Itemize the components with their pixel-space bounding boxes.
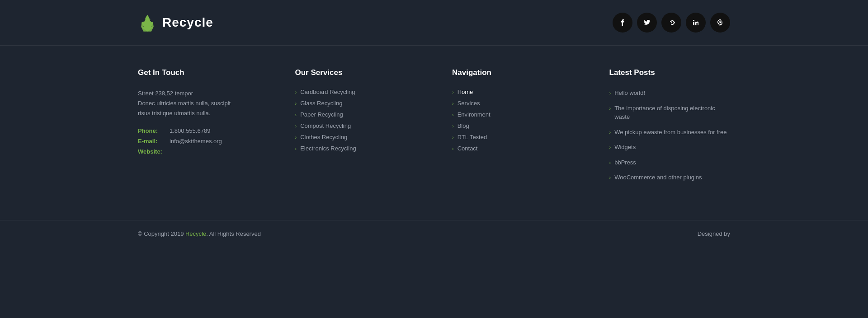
chevron-icon: › — [295, 101, 297, 106]
our-services-title: Our Services — [295, 68, 416, 77]
email-value: info@sktthemes.org — [170, 138, 222, 145]
top-bar: ♻ Recycle — [0, 0, 868, 46]
get-in-touch-col: Get In Touch Street 238,52 tempor Donec … — [138, 68, 259, 188]
website-label: Website: — [138, 148, 170, 155]
list-item[interactable]: ›Compost Recycling — [295, 122, 416, 129]
chevron-icon: › — [452, 89, 454, 95]
chevron-icon: › — [609, 159, 611, 167]
list-item[interactable]: ›Clothes Recycling — [295, 134, 416, 140]
brand-link[interactable]: Recycle — [185, 230, 206, 237]
nav-item-contact[interactable]: ›Contact — [452, 145, 573, 152]
chevron-icon: › — [452, 112, 454, 117]
our-services-col: Our Services ›Cardboard Recycling ›Glass… — [295, 68, 416, 188]
get-in-touch-title: Get In Touch — [138, 68, 259, 77]
post-item[interactable]: ›WooCommerce and other plugins — [609, 173, 731, 182]
social-icons — [613, 13, 730, 33]
footer-wrapper: ♻ Recycle Get In Touch — [0, 0, 868, 318]
twitter-button[interactable] — [637, 13, 657, 33]
email-label: E-mail: — [138, 138, 170, 145]
phone-label: Phone: — [138, 127, 170, 134]
linkedin-button[interactable] — [686, 13, 706, 33]
recycle-logo-icon: ♻ — [138, 13, 157, 32]
chevron-icon: › — [609, 105, 611, 112]
navigation-col: Navigation ›Home ›Services ›Environment … — [452, 68, 573, 188]
website-row: Website: — [138, 148, 259, 155]
chevron-icon: › — [452, 123, 454, 129]
post-item[interactable]: ›Widgets — [609, 143, 731, 152]
nav-item-blog[interactable]: ›Blog — [452, 122, 573, 129]
post-item[interactable]: ›Hello world! — [609, 89, 731, 98]
facebook-button[interactable] — [613, 13, 632, 33]
pinterest-button[interactable] — [710, 13, 730, 33]
services-list: ›Cardboard Recycling ›Glass Recycling ›P… — [295, 89, 416, 152]
footer-content: Get In Touch Street 238,52 tempor Donec … — [0, 46, 868, 211]
chevron-icon: › — [609, 144, 611, 151]
post-item[interactable]: ›The importance of disposing electronic … — [609, 104, 731, 122]
chevron-icon: › — [609, 89, 611, 97]
list-item[interactable]: ›Cardboard Recycling — [295, 89, 416, 95]
chevron-icon: › — [295, 123, 297, 129]
phone-value: 1.800.555.6789 — [170, 127, 210, 134]
post-item[interactable]: ›We pickup ewaste from businesses for fr… — [609, 128, 731, 137]
logo-text: Recycle — [162, 15, 213, 30]
latest-posts-title: Latest Posts — [609, 68, 731, 77]
list-item[interactable]: ›Glass Recycling — [295, 100, 416, 107]
logo-area: ♻ Recycle — [138, 13, 213, 32]
designed-by: Designed by — [698, 230, 730, 237]
list-item[interactable]: ›Paper Recycling — [295, 111, 416, 118]
latest-posts-col: Latest Posts ›Hello world! ›The importan… — [609, 68, 731, 188]
nav-item-environment[interactable]: ›Environment — [452, 111, 573, 118]
chevron-icon: › — [295, 112, 297, 117]
nav-list: ›Home ›Services ›Environment ›Blog ›RTL … — [452, 89, 573, 152]
nav-item-rtl[interactable]: ›RTL Tested — [452, 134, 573, 140]
svg-text:♻: ♻ — [142, 16, 152, 29]
list-item[interactable]: ›Electronics Recycling — [295, 145, 416, 152]
posts-list: ›Hello world! ›The importance of disposi… — [609, 89, 731, 182]
chevron-icon: › — [295, 89, 297, 95]
navigation-title: Navigation — [452, 68, 573, 77]
email-row: E-mail: info@sktthemes.org — [138, 138, 259, 145]
phone-row: Phone: 1.800.555.6789 — [138, 127, 259, 134]
chevron-icon: › — [452, 135, 454, 140]
address-text: Street 238,52 tempor Donec ultricies mat… — [138, 89, 259, 118]
post-item[interactable]: ›bbPress — [609, 158, 731, 167]
chevron-icon: › — [452, 146, 454, 151]
chevron-icon: › — [609, 174, 611, 182]
nav-item-services[interactable]: ›Services — [452, 100, 573, 107]
chevron-icon: › — [295, 146, 297, 151]
bottom-bar: © Copyright 2019 Recycle. All Rights Res… — [0, 220, 868, 247]
google-plus-button[interactable] — [661, 13, 681, 33]
chevron-icon: › — [452, 101, 454, 106]
copyright-text: © Copyright 2019 Recycle. All Rights Res… — [138, 230, 261, 237]
chevron-icon: › — [295, 135, 297, 140]
chevron-icon: › — [609, 129, 611, 136]
nav-item-home[interactable]: ›Home — [452, 89, 573, 95]
